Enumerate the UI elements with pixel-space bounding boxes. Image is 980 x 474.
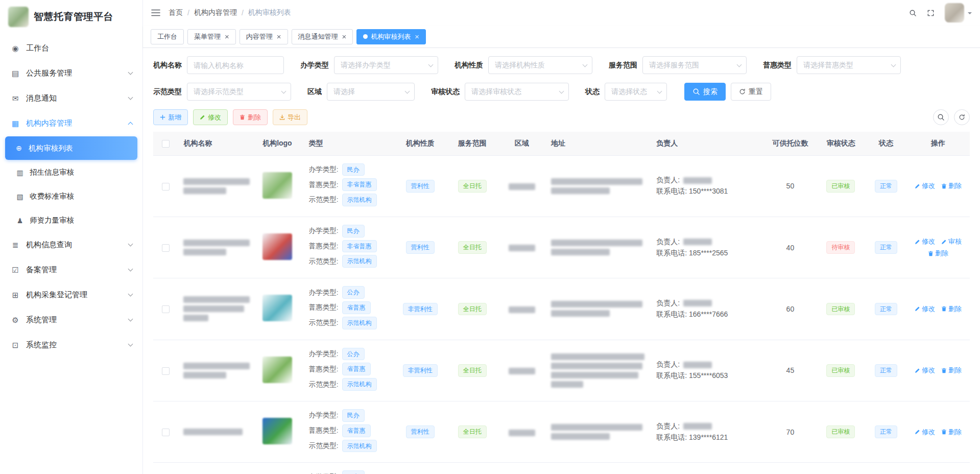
sidebar-item-public-service[interactable]: ▤公共服务管理 — [0, 61, 142, 86]
public-service-icon: ▤ — [10, 69, 20, 78]
edit-button[interactable]: 修改 — [193, 109, 228, 125]
row-checkbox[interactable] — [162, 305, 170, 313]
blurred-text — [509, 306, 535, 313]
filter-select-org-nature[interactable]: 请选择机构性质 — [488, 56, 592, 74]
avatar[interactable] — [945, 3, 964, 22]
caret-down-icon — [968, 12, 972, 16]
org-query-icon: ≣ — [10, 241, 20, 250]
chevron-down-icon — [405, 88, 410, 93]
sidebar-item-org-content[interactable]: ▦机构内容管理 — [0, 111, 142, 136]
chevron-down-icon — [128, 292, 133, 297]
add-button[interactable]: 新增 — [153, 109, 188, 125]
col-header: 区域 — [497, 132, 546, 155]
sidebar-subitem-teacher-audit[interactable]: ♟师资力量审核 — [0, 208, 142, 232]
row-action-edit[interactable]: 修改 — [915, 304, 935, 314]
row-checkbox[interactable] — [162, 367, 170, 375]
row-action-delete[interactable]: 删除 — [941, 304, 962, 314]
filter-select-school-type[interactable]: 请选择办学类型 — [334, 56, 438, 74]
row-action-edit[interactable]: 修改 — [915, 181, 935, 191]
sidebar-item-workbench[interactable]: ◉工作台 — [0, 36, 142, 61]
audit-list-icon: ⊕ — [14, 144, 23, 152]
chevron-down-icon — [428, 62, 434, 67]
fullscreen-icon[interactable] — [927, 9, 935, 17]
sidebar-subitem-enrollment-audit[interactable]: ▥招生信息审核 — [0, 160, 142, 184]
phone-line: 联系电话: 155****6053 — [656, 371, 759, 381]
type-tag: 省普惠 — [342, 363, 371, 375]
export-button[interactable]: 导出 — [273, 109, 307, 125]
header-search-icon[interactable] — [909, 9, 917, 17]
tab-close-icon[interactable]: × — [225, 33, 229, 40]
blurred-org-name — [183, 240, 252, 255]
filter-input-org-name[interactable] — [187, 56, 284, 74]
sidebar-subitem-org-audit-list[interactable]: ⊕机构审核列表 — [5, 136, 137, 160]
tab-close-icon[interactable]: × — [342, 33, 347, 40]
chevron-down-icon — [559, 88, 564, 93]
row-action-delete[interactable]: 删除 — [941, 366, 962, 375]
sidebar-item-filing[interactable]: ☑备案管理 — [0, 257, 142, 282]
sidebar-item-org-collect[interactable]: ⊞机构采集登记管理 — [0, 282, 142, 307]
row-action-delete[interactable]: 删除 — [928, 249, 948, 258]
edit-icon — [915, 306, 920, 312]
sidebar-menu: ◉工作台▤公共服务管理✉消息通知▦机构内容管理⊕机构审核列表▥招生信息审核▧收费… — [0, 34, 142, 358]
tab-close-icon[interactable]: × — [277, 33, 281, 40]
filter-field-inclusive-type: 普惠类型请选择普惠类型 — [763, 56, 901, 74]
reset-button[interactable]: 重置 — [731, 83, 771, 101]
blurred-text — [183, 178, 249, 185]
user-menu[interactable] — [945, 3, 972, 22]
breadcrumb-home[interactable]: 首页 — [169, 8, 183, 17]
row-action-edit[interactable]: 修改 — [915, 237, 935, 246]
toggle-search-button[interactable] — [933, 109, 949, 125]
chevron-down-icon — [281, 88, 286, 93]
capacity-cell: 50 — [764, 155, 816, 217]
active-tab-dot — [363, 34, 368, 39]
sidebar-collapse-icon[interactable] — [151, 9, 160, 17]
filter-select-audit-status[interactable]: 请选择审核状态 — [465, 83, 569, 101]
sidebar-subitem-fee-audit[interactable]: ▧收费标准审核 — [0, 184, 142, 208]
blurred-text — [509, 368, 535, 374]
tab-content-mgmt[interactable]: 内容管理× — [240, 29, 288, 44]
tab-org-audit-list[interactable]: 机构审核列表× — [356, 29, 426, 44]
row-action-edit[interactable]: 修改 — [915, 428, 935, 437]
row-action-delete[interactable]: 删除 — [941, 181, 962, 191]
chevron-down-icon — [128, 70, 133, 75]
service-tag: 全日托 — [458, 241, 487, 254]
row-checkbox[interactable] — [162, 429, 170, 436]
tab-workbench[interactable]: 工作台 — [151, 29, 184, 44]
col-header: 机构logo — [257, 132, 304, 155]
blurred-text — [551, 249, 610, 255]
tab-message-mgmt[interactable]: 消息通知管理× — [292, 29, 353, 44]
tab-menu-mgmt[interactable]: 菜单管理× — [187, 29, 236, 44]
row-action-audit[interactable]: 审核 — [941, 237, 962, 246]
chevron-down-icon — [128, 317, 133, 322]
sidebar-item-system[interactable]: ⚙系统管理 — [0, 307, 142, 333]
blurred-text — [551, 433, 610, 440]
refresh-table-button[interactable] — [954, 109, 970, 125]
filter-select-demo-type[interactable]: 请选择示范类型 — [187, 83, 291, 101]
delete-button[interactable]: 删除 — [233, 109, 268, 125]
row-checkbox[interactable] — [162, 183, 170, 191]
blurred-text — [551, 381, 583, 388]
row-action-delete[interactable]: 删除 — [941, 428, 962, 437]
breadcrumb-separator: / — [187, 9, 189, 17]
blurred-text — [183, 249, 226, 255]
search-button[interactable]: 搜索 — [684, 83, 726, 101]
row-checkbox[interactable] — [162, 244, 170, 252]
search-icon — [909, 9, 917, 17]
filter-select-service-scope[interactable]: 请选择服务范围 — [642, 56, 747, 74]
org-logo-image — [262, 295, 292, 321]
blurred-org-name — [183, 296, 252, 321]
type-tag: 民办 — [342, 470, 365, 474]
row-action-edit[interactable]: 修改 — [915, 366, 935, 375]
select-all-checkbox[interactable] — [162, 140, 170, 148]
blurred-text — [183, 429, 243, 435]
filter-select-status[interactable]: 请选择状态 — [605, 83, 667, 101]
tab-close-icon[interactable]: × — [415, 33, 419, 40]
delete-icon — [941, 183, 947, 189]
filter-select-region[interactable]: 请选择 — [327, 83, 415, 101]
table-row-6: 办学类型:民办普惠类型:非省普惠示范类型:示范机构营利性全日托市辖区负责人:已审… — [153, 463, 970, 474]
blurred-text — [551, 372, 638, 378]
sidebar-item-org-query[interactable]: ≣机构信息查询 — [0, 232, 142, 257]
sidebar-item-message[interactable]: ✉消息通知 — [0, 86, 142, 111]
filter-select-inclusive-type[interactable]: 请选择普惠类型 — [797, 56, 901, 74]
sidebar-item-monitor[interactable]: ⊡系统监控 — [0, 333, 142, 358]
